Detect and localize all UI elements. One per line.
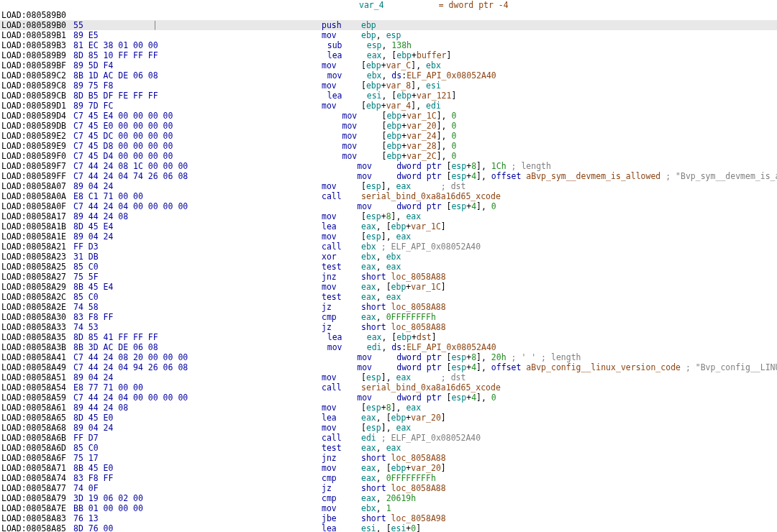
bytes-column: 8B 3D AC DE 06 08 [73,342,158,352]
disassembly-row[interactable]: LOAD:08058A0789 04 24mov[esp], eax ; dst [0,181,777,191]
operands-column: [ebp+var_1C], 0 [381,111,777,121]
separator-column [153,493,160,503]
operands-column: dword ptr [esp+4], offset aBvp_sym__devm… [396,171,777,181]
bytes-column: 89 44 24 08 [73,403,153,413]
operands-column: eax, [ebp+var_20] [361,463,777,473]
disassembly-row[interactable]: LOAD:08058A1B8D 45 E4leaeax, [ebp+var_1C… [0,221,777,231]
bytes-column: 74 0F [73,483,153,493]
disassembly-row[interactable]: LOAD:08058A2E74 58jzshort loc_8058A88 [0,302,777,312]
spacer-column [195,201,357,211]
disassembly-row[interactable]: LOAD:08058A59C7 44 24 04 00 00 00 00movd… [0,393,777,403]
disassembly-row[interactable]: LOAD:08058A41C7 44 24 08 20 00 00 00movd… [0,352,777,362]
disassembly-row[interactable]: LOAD:08058A1789 44 24 08mov[esp+8], eax [0,211,777,221]
disassembly-row[interactable]: LOAD:08058A6189 44 24 08mov[esp+8], eax [0,403,777,413]
disassembly-row[interactable]: LOAD:08058A0AE8 C1 71 00 00callserial_bi… [0,191,777,201]
disassembly-row[interactable]: LOAD:08058A6F75 17jnzshort loc_8058A88 [0,453,777,463]
disassembly-row[interactable]: LOAD:08058A3374 53jzshort loc_8058A88 [0,322,777,332]
separator-column [173,121,180,131]
spacer-column [160,60,322,70]
disassembly-row[interactable]: LOAD:08058A2331 DBxorebx, ebx [0,252,777,262]
disassembly-row[interactable]: LOAD:080589E2C7 45 DC 00 00 00 00mov[ebp… [0,131,777,141]
disassembly-row[interactable]: LOAD:08058A7774 0Fjzshort loc_8058A88 [0,483,777,493]
disassembly-row[interactable]: LOAD:080589E9C7 45 D8 00 00 00 00mov[ebp… [0,141,777,151]
disassembly-row[interactable]: LOAD:08058A6BFF D7calledi ; ELF_API_0x08… [0,433,777,443]
disassembly-listing[interactable]: var_4 = dword ptr -4LOAD:080589B0LOAD:08… [0,0,777,532]
separator-column [153,322,160,332]
disassembly-row[interactable]: LOAD:08058A21FF D3callebx ; ELF_API_0x08… [0,242,777,252]
operands-column: short loc_8058A88 [361,302,777,312]
header-mid: var_4 = dword ptr -4 [160,0,509,10]
spacer-column [160,81,322,91]
operands-column: edi, ds:ELF_API_0x08052A40 [367,342,777,352]
disassembly-row[interactable]: LOAD:08058A6889 04 24mov[esp], eax [0,423,777,433]
spacer-column [160,443,322,453]
disassembly-row[interactable]: LOAD:080589C889 75 F8mov[ebp+var_8], esi [0,81,777,91]
disassembly-row[interactable]: LOAD:08058A3083 F8 FFcmpeax, 0FFFFFFFFh [0,312,777,322]
separator-column [153,523,160,532]
disassembly-row[interactable]: LOAD:08058A7EBB 01 00 00 00movebx, 1 [0,503,777,513]
mnemonic-column: call [322,242,361,252]
address-column: LOAD:080589E9 [0,141,73,151]
header-row[interactable]: var_4 = dword ptr -4 [0,0,777,10]
bytes-column: 83 F8 FF [73,473,153,483]
disassembly-row[interactable]: LOAD:080589F7C7 44 24 08 1C 00 00 00movd… [0,161,777,171]
disassembly-row[interactable]: LOAD:08058A2775 5Fjnzshort loc_8058A88 [0,272,777,282]
address-column: LOAD:080589FF [0,171,73,181]
address-column: LOAD:08058A74 [0,473,73,483]
mnemonic-column: cmp [322,473,361,483]
disassembly-row[interactable]: LOAD:08058A5189 04 24mov[esp], eax ; dst [0,372,777,382]
disassembly-row[interactable]: LOAD:080589FFC7 44 24 04 74 26 06 08movd… [0,171,777,181]
disassembly-row[interactable]: LOAD:080589B189 E5movebp, esp [0,30,777,40]
operands-column: [ebp+var_4], edi [361,101,777,111]
disassembly-row[interactable]: LOAD:08058A1E89 04 24mov[esp], eax [0,231,777,242]
disassembly-row[interactable]: LOAD:080589B0 [0,10,777,20]
disassembly-row[interactable]: LOAD:08058A49C7 44 24 04 94 26 06 08movd… [0,362,777,372]
disassembly-row[interactable]: LOAD:08058A858D 76 00leaesi, [esi+0] [0,523,777,532]
separator-column [153,413,160,423]
disassembly-row[interactable]: LOAD:08058A54E8 77 71 00 00callserial_bi… [0,382,777,393]
mnemonic-column: mov [322,211,361,221]
disassembly-row[interactable]: LOAD:08058A8376 13jbeshort loc_8058A98 [0,513,777,523]
disassembly-row[interactable]: LOAD:080589D189 7D FCmov[ebp+var_4], edi [0,101,777,111]
separator-column [153,503,160,513]
spacer-column [160,181,322,191]
disassembly-row[interactable]: LOAD:080589F0C7 45 D4 00 00 00 00mov[ebp… [0,151,777,161]
spacer-column [160,463,322,473]
mnemonic-column: test [322,262,361,272]
spacer-column [160,503,322,513]
separator-column [153,433,160,443]
disassembly-row[interactable]: LOAD:08058A358D 85 41 FF FF FFleaeax, [e… [0,332,777,342]
separator-column [153,382,160,393]
disassembly-row[interactable]: LOAD:08058A793D 19 06 02 00cmpeax, 20619… [0,493,777,503]
mnemonic-column: mov [322,101,361,111]
disassembly-row[interactable]: LOAD:080589CB8D B5 DF FE FF FFleaesi, [e… [0,91,777,101]
separator-column [153,473,160,483]
spacer-column [165,40,327,50]
disassembly-row[interactable]: LOAD:080589D4C7 45 E4 00 00 00 00mov[ebp… [0,111,777,121]
disassembly-row[interactable]: LOAD:08058A6D85 C0testeax, eax [0,443,777,453]
disassembly-row[interactable]: LOAD:08058A298B 45 E4moveax, [ebp+var_1C… [0,282,777,292]
separator-column [153,181,160,191]
address-column: LOAD:08058A0F [0,201,73,211]
disassembly-row[interactable]: LOAD:080589B055|pushebp [0,20,777,30]
disassembly-row[interactable]: LOAD:08058A2585 C0testeax, eax [0,262,777,272]
disassembly-row[interactable]: LOAD:08058A0FC7 44 24 04 00 00 00 00movd… [0,201,777,211]
disassembly-row[interactable]: LOAD:08058A3B8B 3D AC DE 06 08movedi, ds… [0,342,777,352]
disassembly-row[interactable]: LOAD:080589B98D 85 10 FF FF FFleaeax, [e… [0,50,777,60]
disassembly-row[interactable]: LOAD:08058A7483 F8 FFcmpeax, 0FFFFFFFFh [0,473,777,483]
spacer-column [180,111,342,121]
separator-column [153,272,160,282]
address-column: LOAD:08058A29 [0,282,73,292]
disassembly-row[interactable]: LOAD:080589C28B 1D AC DE 06 08movebx, ds… [0,70,777,81]
disassembly-row[interactable]: LOAD:08058A2C85 C0testeax, eax [0,292,777,302]
disassembly-row[interactable]: LOAD:08058A718B 45 E0moveax, [ebp+var_20… [0,463,777,473]
operands-column: eax, eax [361,443,777,453]
separator-column [153,191,160,201]
bytes-column: C7 44 24 04 94 26 06 08 [73,362,188,372]
disassembly-row[interactable]: LOAD:08058A658D 45 E0leaeax, [ebp+var_20… [0,413,777,423]
disassembly-row[interactable]: LOAD:080589B381 EC 38 01 00 00subesp, 13… [0,40,777,50]
disassembly-row[interactable]: LOAD:080589DBC7 45 E0 00 00 00 00mov[ebp… [0,121,777,131]
disassembly-row[interactable]: LOAD:080589BF89 5D F4mov[ebp+var_C], ebx [0,60,777,70]
bytes-column: 8B 45 E4 [73,282,153,292]
spacer-column [160,101,322,111]
